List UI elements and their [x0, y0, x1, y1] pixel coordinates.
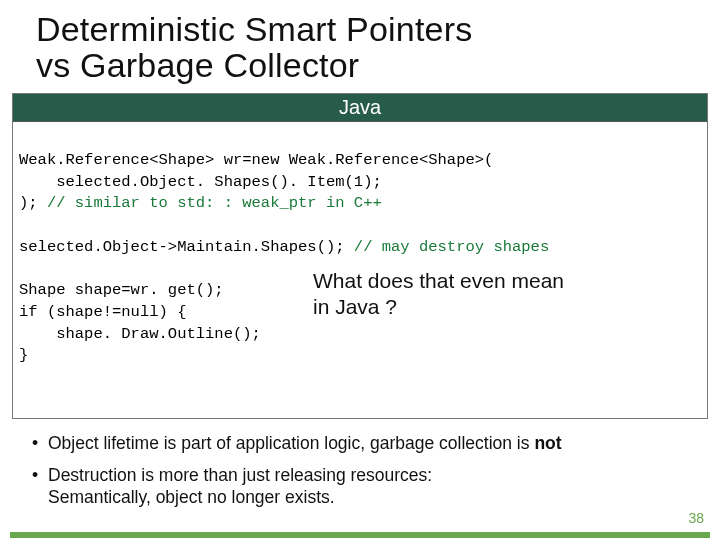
annotation: What does that even mean in Java ?: [313, 268, 633, 318]
slide-title: Deterministic Smart Pointers vs Garbage …: [36, 12, 708, 83]
bullet-list: Object lifetime is part of application l…: [32, 433, 700, 509]
code-line-7: shape. Draw.Outline();: [19, 325, 261, 343]
code-line-3a: );: [19, 194, 47, 212]
slide: Deterministic Smart Pointers vs Garbage …: [0, 12, 720, 540]
code-line-4a: selected.Object->Maintain.Shapes();: [19, 238, 354, 256]
bullet-2-line-2: Semantically, object no longer exists.: [48, 487, 335, 507]
bullet-2: Destruction is more than just releasing …: [32, 465, 700, 509]
title-line-2: vs Garbage Collector: [36, 46, 359, 84]
accent-bar: [10, 532, 710, 538]
code-body: Weak.Reference<Shape> wr=new Weak.Refere…: [13, 122, 707, 418]
footer: [0, 532, 720, 538]
code-line-6: if (shape!=null) {: [19, 303, 186, 321]
page-number: 38: [688, 510, 704, 526]
code-line-2: selected.Object. Shapes(). Item(1);: [19, 173, 382, 191]
code-line-1: Weak.Reference<Shape> wr=new Weak.Refere…: [19, 151, 493, 169]
code-comment-2: // may destroy shapes: [354, 238, 549, 256]
code-comment-1: // similar to std: : weak_ptr in C++: [47, 194, 382, 212]
annotation-line-2: in Java ?: [313, 295, 397, 318]
code-header: Java: [13, 94, 707, 122]
title-line-1: Deterministic Smart Pointers: [36, 10, 472, 48]
bullet-1-bold: not: [534, 433, 561, 453]
code-line-8: }: [19, 346, 28, 364]
bullet-1: Object lifetime is part of application l…: [32, 433, 700, 455]
annotation-line-1: What does that even mean: [313, 269, 564, 292]
code-frame: Java Weak.Reference<Shape> wr=new Weak.R…: [12, 93, 708, 419]
bullet-2-line-1: Destruction is more than just releasing …: [48, 465, 432, 485]
bullet-1-text: Object lifetime is part of application l…: [48, 433, 534, 453]
code-line-5: Shape shape=wr. get();: [19, 281, 224, 299]
